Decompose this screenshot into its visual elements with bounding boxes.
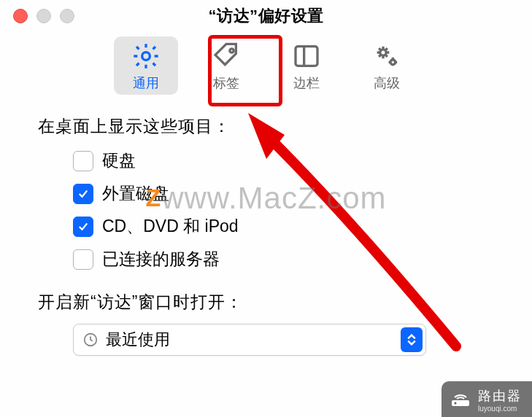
svg-point-0: [142, 52, 150, 61]
chevron-updown-icon: [401, 327, 423, 352]
desktop-items-label: 在桌面上显示这些项目：: [38, 115, 494, 138]
checkbox[interactable]: [73, 249, 93, 270]
option-label: 已连接的服务器: [102, 248, 220, 270]
sidebar-icon: [290, 39, 323, 73]
new-window-select[interactable]: 最近使用: [73, 324, 426, 356]
option-cd-dvd-ipod[interactable]: CD、DVD 和 iPod: [73, 215, 494, 238]
tab-label: 高级: [374, 74, 400, 92]
preferences-toolbar: 通用 标签 边栏 高级: [0, 36, 532, 95]
svg-point-1: [229, 49, 233, 52]
svg-point-5: [390, 60, 396, 65]
checkbox[interactable]: [73, 184, 93, 204]
option-label: 硬盘: [102, 149, 136, 172]
clock-icon: [81, 330, 100, 349]
tab-advanced[interactable]: 高级: [355, 36, 419, 95]
tab-label: 通用: [133, 74, 159, 92]
option-label: CD、DVD 和 iPod: [102, 215, 239, 238]
checkbox[interactable]: [73, 151, 93, 171]
footer-badge: 路由器 luyouqi.com: [442, 381, 532, 417]
footer-domain: luyouqi.com: [478, 405, 522, 413]
window-title: “访达”偏好设置: [0, 5, 532, 27]
checkbox[interactable]: [73, 217, 93, 237]
tab-label: 标签: [213, 74, 239, 92]
new-window-label: 开启新“访达”窗口时打开：: [38, 291, 494, 313]
router-icon: [449, 387, 472, 410]
option-connected-servers[interactable]: 已连接的服务器: [73, 248, 494, 270]
tab-general[interactable]: 通用: [114, 36, 178, 95]
tag-icon: [209, 39, 243, 73]
gears-icon: [370, 39, 404, 73]
select-value: 最近使用: [106, 329, 170, 351]
footer-brand: 路由器: [478, 389, 522, 403]
svg-rect-2: [296, 47, 317, 66]
gear-icon: [129, 39, 163, 73]
svg-point-9: [455, 402, 457, 405]
option-label: 外置磁盘: [102, 182, 169, 205]
tab-sidebar[interactable]: 边栏: [274, 36, 339, 95]
svg-point-4: [379, 50, 385, 55]
option-hard-disks[interactable]: 硬盘: [73, 149, 494, 172]
option-external-disks[interactable]: 外置磁盘: [73, 182, 494, 205]
tab-label: 边栏: [293, 74, 320, 92]
tab-tags[interactable]: 标签: [194, 36, 258, 95]
